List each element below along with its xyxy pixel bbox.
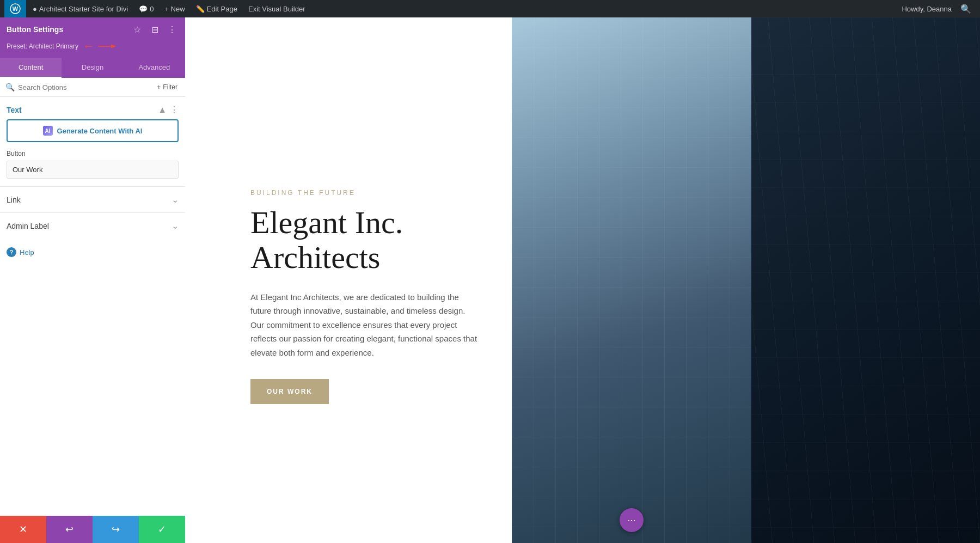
button-field-label: Button <box>7 150 179 157</box>
site-name: Architect Starter Site for Divi <box>39 5 128 13</box>
close-button[interactable]: ✕ <box>0 516 46 543</box>
dark-side-panel <box>751 17 980 543</box>
panel-header: Button Settings ☆ ⊟ ⋮ Preset: Architect … <box>0 17 185 58</box>
wp-logo[interactable]: W <box>4 0 26 17</box>
generate-ai-button[interactable]: AI Generate Content With Al <box>7 119 179 142</box>
tab-design[interactable]: Design <box>62 58 123 78</box>
admin-bar: W ● Architect Starter Site for Divi 💬 0 … <box>0 0 980 17</box>
admin-bar-right: Howdy, Deanna 🔍 <box>902 4 976 14</box>
pencil-icon: ✏️ <box>196 5 205 13</box>
fab-dots-icon: ··· <box>627 515 635 526</box>
button-text-input[interactable] <box>7 161 179 179</box>
search-input[interactable] <box>18 83 151 91</box>
preset-label: Preset: Architect Primary <box>7 42 78 50</box>
undo-button[interactable]: ↩ <box>46 516 93 543</box>
admin-label-section-header[interactable]: Admin Label ⌄ <box>0 213 185 239</box>
ai-button-label: Generate Content With Al <box>57 127 143 135</box>
left-panel: Button Settings ☆ ⊟ ⋮ Preset: Architect … <box>0 17 185 543</box>
tab-advanced[interactable]: Advanced <box>124 58 185 78</box>
preset-row: Preset: Architect Primary ← <box>7 39 179 53</box>
help-section: ? Help <box>0 239 185 266</box>
save-button[interactable]: ✓ <box>139 516 185 543</box>
comment-icon: 💬 <box>139 5 148 13</box>
help-link[interactable]: Help <box>20 248 34 257</box>
svg-text:W: W <box>13 5 19 12</box>
red-arrow-decoration <box>98 41 118 52</box>
layout-icon[interactable]: ⊟ <box>148 23 161 36</box>
link-section: Link ⌄ <box>0 186 185 212</box>
search-bar: 🔍 + Filter <box>0 78 185 97</box>
filter-button[interactable]: + Filter <box>155 82 180 92</box>
save-icon: ✓ <box>158 523 166 535</box>
star-icon[interactable]: ☆ <box>131 23 144 36</box>
right-area: BUILDING THE FUTURE Elegant Inc. Archite… <box>185 17 980 543</box>
wordpress-icon: ● <box>33 5 37 13</box>
howdy-text: Howdy, Deanna <box>902 5 952 13</box>
ai-icon: AI <box>43 126 53 136</box>
search-icon[interactable]: 🔍 <box>956 4 976 14</box>
exit-builder-label: Exit Visual Builder <box>248 5 305 13</box>
link-section-header[interactable]: Link ⌄ <box>0 187 185 212</box>
comments-item[interactable]: 💬 0 <box>134 0 158 17</box>
comment-count: 0 <box>150 5 154 13</box>
svg-marker-3 <box>111 44 117 48</box>
section-more-icon[interactable]: ⋮ <box>170 105 179 115</box>
link-chevron-icon: ⌄ <box>171 194 179 205</box>
section-icons: ▲ ⋮ <box>158 105 179 115</box>
search-icon: 🔍 <box>5 83 15 91</box>
dark-building-image <box>751 17 980 543</box>
text-section-header: Text ▲ ⋮ <box>0 97 185 119</box>
building-tag: BUILDING THE FUTURE <box>250 189 479 197</box>
tab-content[interactable]: Content <box>0 58 62 78</box>
admin-label-section: Admin Label ⌄ <box>0 212 185 239</box>
panel-tabs: Content Design Advanced <box>0 58 185 78</box>
close-icon: ✕ <box>19 523 27 535</box>
main-area: Button Settings ☆ ⊟ ⋮ Preset: Architect … <box>0 17 980 543</box>
panel-title: Button Settings <box>7 25 63 34</box>
undo-icon: ↩ <box>65 523 74 535</box>
red-arrow-icon: ← <box>83 39 95 53</box>
text-section-title: Text <box>7 106 22 114</box>
new-item[interactable]: + New <box>160 0 189 17</box>
redo-icon: ↪ <box>112 523 120 535</box>
button-field-group: Button <box>0 150 185 186</box>
new-label: + New <box>164 5 185 13</box>
plus-icon: + <box>157 83 161 91</box>
collapse-icon[interactable]: ▲ <box>158 105 167 115</box>
our-work-button[interactable]: OUR WORK <box>250 379 329 404</box>
filter-label: Filter <box>163 83 177 91</box>
panel-title-row: Button Settings ☆ ⊟ ⋮ <box>7 23 179 36</box>
bottom-toolbar: ✕ ↩ ↪ ✓ <box>0 516 185 543</box>
help-icon: ? <box>7 247 16 257</box>
redo-button[interactable]: ↪ <box>93 516 139 543</box>
admin-label-title: Admin Label <box>7 222 49 230</box>
exit-builder-item[interactable]: Exit Visual Builder <box>244 0 310 17</box>
our-work-button-label: OUR WORK <box>267 388 313 395</box>
page-preview: BUILDING THE FUTURE Elegant Inc. Archite… <box>185 17 980 543</box>
hero-image-section: ··· <box>512 17 751 543</box>
panel-header-icons: ☆ ⊟ ⋮ <box>131 23 179 36</box>
fab-button[interactable]: ··· <box>620 508 644 532</box>
site-name-item[interactable]: ● Architect Starter Site for Divi <box>28 0 132 17</box>
link-section-title: Link <box>7 196 21 204</box>
building-facade-overlay <box>512 17 751 543</box>
admin-label-chevron-icon: ⌄ <box>171 221 179 231</box>
more-options-icon[interactable]: ⋮ <box>166 23 179 36</box>
edit-page-item[interactable]: ✏️ Edit Page <box>192 0 242 17</box>
edit-page-label: Edit Page <box>207 5 237 13</box>
hero-content-section: BUILDING THE FUTURE Elegant Inc. Archite… <box>185 17 512 543</box>
building-image <box>512 17 751 543</box>
hero-title: Elegant Inc. Architects <box>250 205 479 275</box>
hero-description: At Elegant Inc Architects, we are dedica… <box>250 290 479 360</box>
